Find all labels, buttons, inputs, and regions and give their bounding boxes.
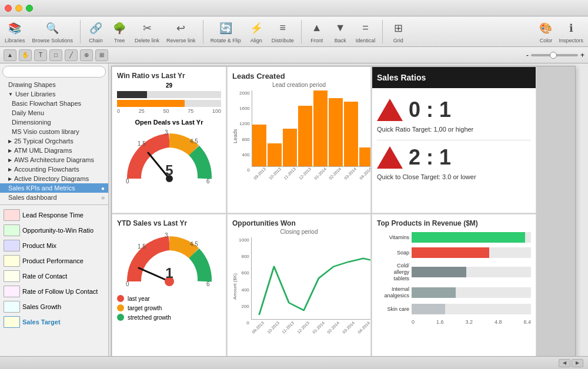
toolbar-rotate[interactable]: 🔄 Rotate & Flip	[211, 20, 241, 43]
skincare-bar	[412, 304, 445, 314]
search-input[interactable]	[2, 66, 106, 78]
sidebar-item-atm[interactable]: ▶ ATM UML Diagrams	[0, 146, 108, 155]
leads-title: Leads Created	[232, 72, 366, 80]
page-sales-target[interactable]: Sales Target	[0, 314, 108, 330]
toolbar-libraries[interactable]: 📚 Libraries	[5, 20, 25, 43]
pan-tool[interactable]: ✋	[19, 49, 32, 61]
page-label-5: Rate of Contact	[22, 273, 67, 280]
next-page-btn[interactable]: ▶	[572, 359, 583, 367]
sidebar-item-basic-flowchart[interactable]: Basic Flowchart Shapes	[0, 99, 108, 108]
connect-tool[interactable]: ⊕	[80, 49, 93, 61]
leads-chart-container: Leads 2000 1600 1200 800 400 0	[232, 90, 366, 182]
svg-line-8	[139, 268, 169, 281]
gauge2-container: 1 0 1.5 3 4.5 6	[117, 230, 221, 290]
toolbar-tree[interactable]: 🌳 Tree	[111, 20, 128, 43]
sidebar-item-visio[interactable]: MS Visio custom library	[0, 127, 108, 136]
prev-page-btn[interactable]: ◀	[559, 359, 570, 367]
chain-icon: 🔗	[88, 20, 104, 36]
sidebar-item-sales-dashboard[interactable]: Sales dashboard ○	[0, 193, 108, 202]
sidebar-item-sales-kpis[interactable]: Sales KPIs and Metrics ●	[0, 183, 108, 193]
basic-flowchart-label: Basic Flowchart Shapes	[12, 100, 81, 107]
hbar-vitamins: Vitamins	[377, 232, 531, 243]
svg-text:3: 3	[165, 129, 168, 136]
sidebar-item-daily-menu[interactable]: Daily Menu	[0, 108, 108, 118]
page-product-perf[interactable]: Product Performance	[0, 253, 108, 269]
toolbar-front[interactable]: ▲ Front	[309, 20, 325, 43]
shape-tool[interactable]: □	[49, 49, 62, 61]
text-tool[interactable]: T	[34, 49, 47, 61]
page-sales-growth[interactable]: Sales Growth	[0, 299, 108, 314]
minimize-button[interactable]	[15, 5, 22, 12]
skincare-label: Skin care	[377, 306, 409, 312]
main-layout: Drawing Shapes ▼ User Libraries Basic Fl…	[0, 63, 588, 356]
page-lead-response[interactable]: Lead Response Time	[0, 207, 108, 223]
libraries-icon: 📚	[6, 20, 23, 36]
page-thumb-6	[4, 286, 20, 297]
leads-subtitle: Lead creation period	[232, 82, 366, 88]
legend-dot-green	[117, 314, 124, 321]
page-opp-win[interactable]: Opportunity-to-Win Ratio	[0, 223, 108, 238]
back-label: Back	[335, 38, 346, 43]
page-label-2: Opportunity-to-Win Ratio	[22, 227, 93, 234]
zoom-slider[interactable]	[531, 54, 578, 56]
open-deals-title: Open Deals vs Last Yr	[117, 119, 221, 126]
bar-track-2	[117, 100, 221, 107]
toolbar-chain[interactable]: 🔗 Chain	[88, 20, 104, 43]
toolbar-inspectors[interactable]: ℹ Inspectors	[559, 20, 583, 43]
products-chart: Vitamins Soap Cold/allergytablets	[377, 232, 531, 325]
crop-tool[interactable]: ⊞	[95, 49, 108, 61]
legend-label-yellow: target growth	[128, 305, 162, 311]
accounting-label: Accounting Flowcharts	[14, 166, 79, 173]
sidebar-item-active-dir[interactable]: ▶ Active Directory Diagrams	[0, 174, 108, 183]
page-controls: ◀ ▶	[559, 359, 583, 367]
sidebar-item-aws[interactable]: ▶ AWS Architecture Diagrams	[0, 155, 108, 165]
products-x-axis: 0 1.6 3.2 4.8 6.4	[377, 319, 531, 325]
ytd-legend: last year target growth stretched growth	[117, 295, 221, 321]
line-tool[interactable]: ╱	[65, 49, 78, 61]
triangle-icon: ▼	[8, 92, 13, 97]
page-follow-up[interactable]: Rate of Follow Up Contact	[0, 284, 108, 299]
opp-x-labels: 09-2013 10-2013 11-2013 12-2013 01-2014 …	[251, 331, 371, 336]
chain-label: Chain	[89, 38, 103, 43]
toolbar-identical[interactable]: = Identical	[356, 20, 376, 43]
maximize-button[interactable]	[26, 5, 33, 12]
close-button[interactable]	[5, 5, 12, 12]
page-thumb-8	[4, 316, 20, 328]
toolbar-color[interactable]: 🎨 Color	[537, 20, 554, 43]
toolbar-delete-link[interactable]: ✂ Delete link	[135, 20, 159, 43]
page-rate-contact[interactable]: Rate of Contact	[0, 269, 108, 284]
sidebar-item-accounting[interactable]: ▶ Accounting Flowcharts	[0, 165, 108, 174]
sidebar-item-user-libraries[interactable]: ▼ User Libraries	[0, 89, 108, 99]
sidebar-item-dimensioning[interactable]: Dimensioning	[0, 118, 108, 127]
legend-item-green: stretched growth	[117, 314, 221, 321]
toolbar-reverse-link[interactable]: ↩ Reverse link	[166, 20, 196, 43]
zoom-out-btn[interactable]: -	[526, 51, 529, 59]
sidebar-pages: Lead Response Time Opportunity-to-Win Ra…	[0, 204, 108, 330]
sidebar-item-drawing-shapes[interactable]: Drawing Shapes	[0, 80, 108, 89]
leads-y-axis: 2000 1600 1200 800 400 0	[239, 90, 252, 173]
page-product-mix[interactable]: Product Mix	[0, 238, 108, 253]
opp-chart-area: 09-2013 10-2013 11-2013 12-2013 01-2014 …	[251, 237, 371, 336]
pointer-tool[interactable]: ▲	[4, 49, 16, 61]
distribute-icon: ≡	[275, 20, 291, 36]
leads-y-label: Leads	[232, 90, 238, 182]
legend-item-red: last year	[117, 295, 221, 302]
sidebar-item-25-orgcharts[interactable]: ▶ 25 Typical Orgcharts	[0, 136, 108, 146]
delete-link-icon: ✂	[139, 20, 155, 36]
toolbar-back[interactable]: ▼ Back	[332, 20, 349, 43]
content-area: Win Ratio vs Last Yr 29 0255075100 Open …	[109, 63, 588, 356]
opp-chart-container: Amount ($K) 1000 800 600 400 200 0 09-20…	[232, 237, 366, 336]
toolbar-grid[interactable]: ⊞ Grid	[390, 20, 406, 43]
toolbar-align[interactable]: ⚡ Align	[248, 20, 265, 43]
hbar-skincare: Skin care	[377, 304, 531, 314]
analgesics-bar	[412, 287, 456, 298]
secondary-toolbar: ▲ ✋ T □ ╱ ⊕ ⊞ - +	[0, 47, 588, 63]
svg-text:6: 6	[206, 178, 210, 184]
ratio2-row: 2 : 1	[377, 145, 531, 170]
sidebar: Drawing Shapes ▼ User Libraries Basic Fl…	[0, 63, 109, 356]
zoom-in-btn[interactable]: +	[580, 51, 584, 59]
soap-track	[412, 247, 531, 258]
leads-bar-4	[298, 106, 312, 166]
toolbar-browse[interactable]: 🔍 Browse Solutions	[32, 20, 74, 43]
toolbar-distribute[interactable]: ≡ Distribute	[272, 20, 294, 43]
